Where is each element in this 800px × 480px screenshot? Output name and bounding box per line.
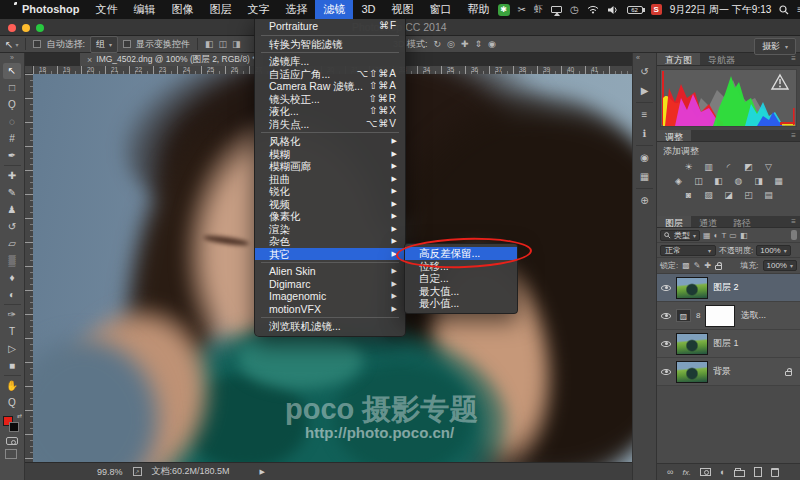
- tab-adjustments[interactable]: 调整: [657, 130, 691, 141]
- 3d-slide-icon[interactable]: ⇕: [474, 39, 482, 49]
- minimize-window-button[interactable]: [22, 24, 30, 32]
- wifi-icon[interactable]: [587, 5, 599, 14]
- 3d-roll-icon[interactable]: ◎: [447, 39, 455, 49]
- new-group-icon[interactable]: [734, 470, 745, 477]
- align-left-edges-icon[interactable]: ◧: [205, 39, 214, 49]
- filter-menu-item[interactable]: Digimarc▶: [255, 278, 405, 291]
- filter-menu-item[interactable]: 扭曲▶: [255, 173, 405, 186]
- layer-visibility-eye-icon[interactable]: [661, 313, 671, 319]
- layer-row[interactable]: 图层 2: [657, 274, 800, 302]
- filter-menu-item[interactable]: 液化...⇧⌘X: [255, 105, 405, 118]
- tab-channels[interactable]: 通道: [691, 216, 725, 227]
- scissors-icon[interactable]: ✂: [518, 4, 526, 15]
- info-panel-icon[interactable]: ℹ: [636, 126, 654, 141]
- collapse-panel-icon[interactable]: »: [10, 53, 14, 62]
- submenu-item[interactable]: 自定...: [405, 272, 517, 285]
- adjustment-icon[interactable]: ◫: [692, 175, 706, 187]
- layer-thumbnail[interactable]: [676, 361, 708, 383]
- quick-mask-button[interactable]: [6, 437, 18, 445]
- export-status-icon[interactable]: ↗: [133, 467, 142, 476]
- filter-menu-item[interactable]: Portraiture⌘F: [255, 20, 405, 33]
- auto-select-checkbox[interactable]: [33, 40, 41, 48]
- filter-menu-item[interactable]: 其它▶: [255, 248, 405, 261]
- pen-tool[interactable]: ✑: [3, 307, 21, 323]
- adjustment-icon[interactable]: ◧: [712, 175, 726, 187]
- adjustment-icon[interactable]: ◩: [742, 161, 756, 173]
- swap-colors-icon[interactable]: ⇄: [17, 412, 22, 419]
- filter-shape-layers-icon[interactable]: ▭: [729, 231, 737, 240]
- spotlight-search-icon[interactable]: [779, 5, 789, 15]
- tab-layers[interactable]: 图层: [657, 216, 691, 227]
- filter-menu-item[interactable]: 模糊▶: [255, 148, 405, 161]
- adjustment-icon[interactable]: ☀: [682, 161, 696, 173]
- filter-menu-item[interactable]: 自适应广角...⌥⇧⌘A: [255, 68, 405, 81]
- eraser-tool[interactable]: ▱: [3, 236, 21, 252]
- menubar-item[interactable]: 视图: [384, 0, 422, 19]
- background-color-swat[interactable]: [9, 422, 19, 432]
- layer-row[interactable]: 背景: [657, 358, 800, 386]
- eyedropper-tool[interactable]: ✒: [3, 148, 21, 164]
- adjustment-icon[interactable]: ▨: [702, 189, 716, 201]
- battery-icon[interactable]: 62: [627, 6, 643, 14]
- layer-visibility-eye-icon[interactable]: [661, 369, 671, 375]
- submenu-item[interactable]: 位移...: [405, 260, 517, 273]
- volume-icon[interactable]: [607, 5, 619, 15]
- screen-mode-button[interactable]: [7, 451, 17, 459]
- rectangular-marquee-tool[interactable]: □: [3, 80, 21, 96]
- color-panel-icon[interactable]: ◉: [636, 150, 654, 165]
- delete-layer-icon[interactable]: [771, 468, 779, 477]
- filter-menu-item[interactable]: 锐化▶: [255, 185, 405, 198]
- filter-type-layers-icon[interactable]: T: [721, 231, 726, 240]
- rectangle-shape-tool[interactable]: ■: [3, 358, 21, 374]
- tab-paths[interactable]: 路径: [725, 216, 759, 227]
- adjustment-icon[interactable]: ▤: [762, 189, 776, 201]
- layer-thumbnail[interactable]: [676, 277, 708, 299]
- close-window-button[interactable]: [8, 24, 16, 32]
- close-tab-icon[interactable]: ×: [87, 55, 92, 65]
- new-adjustment-layer-icon[interactable]: ◐: [720, 464, 725, 480]
- swatches-panel-icon[interactable]: ▦: [636, 169, 654, 184]
- spot-healing-brush-tool[interactable]: ✚: [3, 168, 21, 184]
- menubar-item[interactable]: 图层: [201, 0, 239, 19]
- opacity-dropdown[interactable]: 100% ▾: [756, 245, 790, 256]
- filter-menu-item[interactable]: Camera Raw 滤镜...⇧⌘A: [255, 80, 405, 93]
- clone-stamp-tool[interactable]: ♟: [3, 202, 21, 218]
- filter-pixel-layers-icon[interactable]: ▦: [703, 231, 711, 240]
- input-method-icon[interactable]: S: [651, 4, 662, 15]
- adjustment-icon[interactable]: ◙: [682, 189, 696, 201]
- menubar-item[interactable]: 编辑: [125, 0, 163, 19]
- type-tool[interactable]: T: [3, 324, 21, 340]
- lock-position-icon[interactable]: ✚: [705, 261, 712, 270]
- zoom-window-button[interactable]: [36, 24, 44, 32]
- layer-row[interactable]: ▨8选取...: [657, 302, 800, 330]
- fill-dropdown[interactable]: 100% ▾: [763, 260, 797, 271]
- filter-menu-item[interactable]: 风格化▶: [255, 135, 405, 148]
- show-transform-checkbox[interactable]: [123, 40, 131, 48]
- properties-panel-icon[interactable]: ≡: [636, 107, 654, 122]
- align-centers-icon[interactable]: ◫: [218, 39, 227, 49]
- blend-mode-dropdown[interactable]: 正常 ▾: [660, 245, 716, 256]
- gradient-tool[interactable]: ▒: [3, 253, 21, 269]
- history-panel-icon[interactable]: ↺: [636, 64, 654, 79]
- menubar-item[interactable]: 帮助: [460, 0, 498, 19]
- filter-menu-item[interactable]: 杂色▶: [255, 235, 405, 248]
- filter-adjustment-layers-icon[interactable]: ◐: [714, 231, 719, 240]
- layer-thumbnail[interactable]: [676, 333, 708, 355]
- align-right-edges-icon[interactable]: ◨: [232, 39, 241, 49]
- collapse-dock-icon[interactable]: «: [633, 53, 640, 62]
- brush-tool[interactable]: ✎: [3, 185, 21, 201]
- add-layer-mask-icon[interactable]: [700, 468, 711, 476]
- zoom-level-value[interactable]: 99.8%: [97, 467, 123, 477]
- vertical-ruler[interactable]: [25, 74, 33, 462]
- filter-menu-item[interactable]: 浏览联机滤镜...: [255, 320, 405, 333]
- airplay-icon[interactable]: [551, 6, 562, 13]
- adjustment-icon[interactable]: ▦: [772, 175, 786, 187]
- menubar-item[interactable]: 文字: [239, 0, 277, 19]
- filter-menu-item[interactable]: Imagenomic▶: [255, 290, 405, 303]
- clone-source-panel-icon[interactable]: ⊕: [636, 193, 654, 208]
- adjustment-icon[interactable]: ▥: [702, 161, 716, 173]
- menubar-item[interactable]: 选择: [277, 0, 315, 19]
- crop-tool[interactable]: #: [3, 131, 21, 147]
- move-tool-preset-icon[interactable]: ↖: [5, 39, 13, 50]
- filter-menu-item[interactable]: 镜头校正...⇧⌘R: [255, 93, 405, 106]
